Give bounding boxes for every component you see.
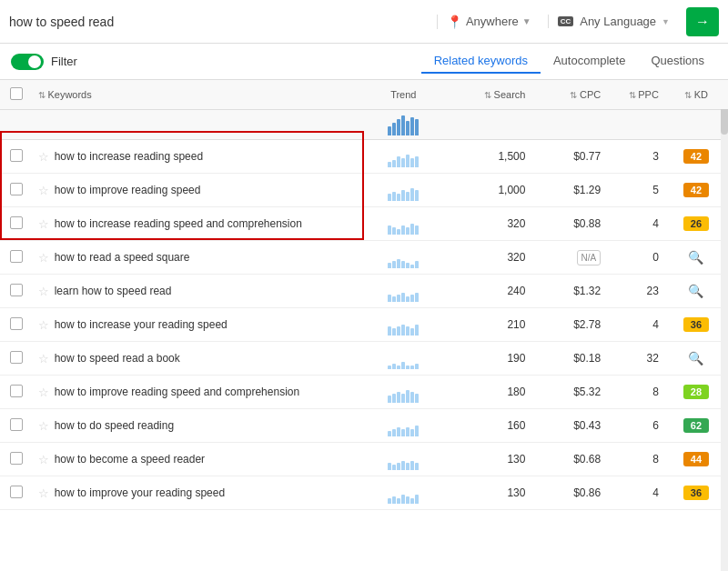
kd-badge: 36	[683, 317, 709, 332]
row-checkbox-cell	[0, 140, 33, 174]
mini-bar	[406, 227, 410, 235]
row-checkbox[interactable]	[10, 486, 23, 498]
table-row: ☆how to improve reading speed and compre…	[0, 376, 728, 409]
tab-related-keywords[interactable]: Related keywords	[421, 49, 541, 74]
mini-bar	[410, 429, 414, 436]
kd-badge: 36	[683, 486, 709, 500]
star-icon[interactable]: ☆	[38, 184, 49, 197]
mini-bar	[410, 265, 414, 268]
mini-bar	[406, 326, 410, 336]
location-icon: 📍	[447, 15, 462, 29]
row-checkbox[interactable]	[10, 284, 23, 296]
mini-bar	[415, 261, 419, 268]
table-row: ☆how to do speed reading160$0.43662	[0, 409, 728, 443]
trend-cell	[357, 342, 450, 376]
star-icon[interactable]: ☆	[38, 453, 49, 466]
row-checkbox[interactable]	[10, 418, 23, 431]
star-icon[interactable]: ☆	[38, 251, 49, 265]
th-ppc[interactable]: PPC	[606, 80, 664, 110]
star-icon[interactable]: ☆	[38, 486, 49, 500]
mini-bar	[415, 325, 419, 336]
cpc-cell: $0.43	[531, 409, 606, 443]
keyword-text: how to speed read a book	[55, 352, 180, 365]
star-icon[interactable]: ☆	[38, 285, 49, 298]
keyword-cell: ☆how to improve reading speed and compre…	[33, 376, 358, 409]
tab-group: Related keywords Autocomplete Questions	[421, 49, 717, 74]
row-checkbox-cell	[0, 409, 33, 443]
mini-bar	[392, 227, 396, 235]
search-volume-cell: 320	[450, 207, 531, 241]
trend-cell	[357, 308, 450, 342]
mini-bar	[388, 263, 391, 268]
mini-bar	[397, 295, 400, 302]
kd-cell: 42	[664, 174, 728, 207]
mini-chart	[362, 415, 444, 436]
star-icon[interactable]: ☆	[38, 150, 49, 164]
filter-toggle[interactable]	[11, 54, 44, 70]
mini-bar	[397, 326, 400, 336]
table-container: Keywords Trend Search CPC PPC	[0, 80, 728, 571]
star-icon[interactable]: ☆	[38, 419, 49, 433]
search-volume-cell: 1,500	[450, 140, 531, 174]
mini-bar	[410, 498, 414, 504]
kd-cell: 62	[664, 409, 728, 443]
keyword-cell: ☆how to improve reading speed	[33, 174, 358, 207]
th-kd[interactable]: KD	[664, 80, 728, 110]
scrollbar-area[interactable]	[721, 80, 728, 571]
mini-bar	[415, 394, 419, 403]
na-badge: N/A	[577, 250, 602, 265]
tab-questions[interactable]: Questions	[638, 49, 717, 74]
keyword-text: how to increase reading speed	[55, 150, 203, 163]
row-checkbox[interactable]	[10, 452, 23, 465]
row-checkbox[interactable]	[10, 351, 23, 364]
mini-chart	[362, 314, 444, 336]
mini-bar	[392, 364, 396, 369]
th-search[interactable]: Search	[450, 80, 531, 110]
mini-bar	[401, 225, 405, 235]
row-checkbox[interactable]	[10, 216, 23, 229]
row-checkbox[interactable]	[10, 250, 23, 263]
filter-left: Filter	[11, 54, 77, 70]
kd-cell: 36	[664, 476, 728, 510]
mini-bar	[410, 158, 414, 167]
row-checkbox-cell	[0, 241, 33, 275]
mini-bar	[392, 192, 396, 201]
star-icon[interactable]: ☆	[38, 352, 49, 366]
star-icon[interactable]: ☆	[38, 318, 49, 332]
table-row: ☆learn how to speed read240$1.3223🔍	[0, 275, 728, 308]
trend-cell	[357, 376, 450, 409]
row-checkbox[interactable]	[10, 149, 23, 162]
mini-bar	[410, 328, 414, 336]
kd-badge: 42	[683, 183, 709, 197]
th-keywords[interactable]: Keywords	[33, 80, 358, 110]
search-input[interactable]	[9, 15, 430, 29]
tab-autocomplete[interactable]: Autocomplete	[541, 49, 639, 74]
language-dropdown[interactable]: CC Any Language ▼	[548, 15, 679, 28]
mini-bar	[397, 259, 400, 268]
kd-cell: 🔍	[664, 275, 728, 308]
table-row: ☆how to become a speed reader130$0.68844	[0, 443, 728, 476]
table-header-chart-row	[0, 110, 728, 140]
keywords-table: Keywords Trend Search CPC PPC	[0, 80, 728, 510]
keyword-cell: ☆how to improve your reading speed	[33, 476, 358, 510]
language-arrow-icon: ▼	[662, 17, 670, 26]
header-checkbox[interactable]	[10, 87, 23, 100]
mini-bar	[401, 362, 405, 369]
location-dropdown[interactable]: 📍 Anywhere ▼	[437, 15, 541, 29]
cpc-cell: $2.78	[531, 308, 606, 342]
table-row: ☆how to speed read a book190$0.1832🔍	[0, 342, 728, 376]
cpc-cell: $0.68	[531, 443, 606, 476]
th-cpc[interactable]: CPC	[531, 80, 606, 110]
table-row: ☆how to improve your reading speed130$0.…	[0, 476, 728, 510]
row-checkbox-cell	[0, 308, 33, 342]
star-icon[interactable]: ☆	[38, 217, 49, 231]
th-checkbox	[0, 80, 33, 110]
mini-bar	[415, 156, 419, 167]
kd-cell: 🔍	[664, 342, 728, 376]
row-checkbox[interactable]	[10, 385, 23, 397]
go-button[interactable]: →	[686, 7, 719, 36]
row-checkbox[interactable]	[10, 317, 23, 330]
language-icon: CC	[558, 16, 574, 26]
star-icon[interactable]: ☆	[38, 386, 49, 399]
row-checkbox[interactable]	[10, 183, 23, 195]
